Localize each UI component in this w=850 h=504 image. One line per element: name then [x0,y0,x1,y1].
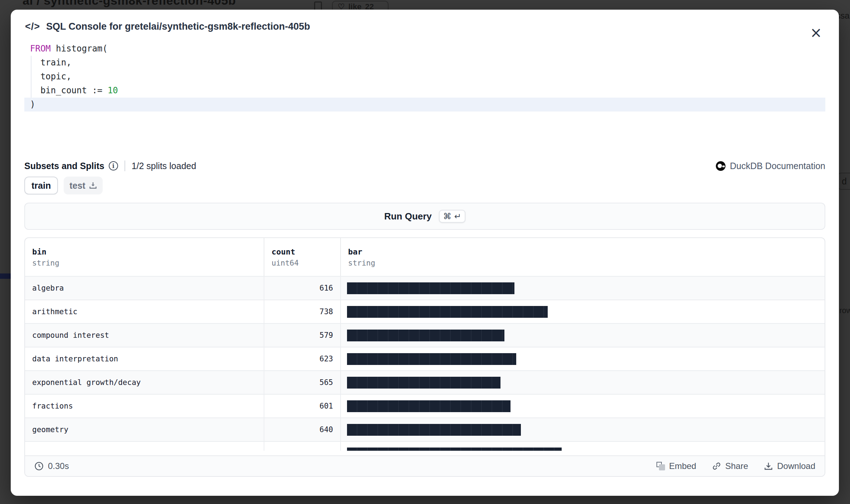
download-icon [89,182,97,189]
bar-cell [341,300,825,323]
like-count: 22 [365,2,373,10]
download-icon [764,461,773,471]
like-label: like [348,2,362,10]
copy-icon [314,1,322,10]
table-row: compound interest 579 [25,323,825,347]
backdrop-dataset-title: ai / synthetic-gsm8k-reflection-405b [23,0,236,8]
bar-cell [341,347,825,370]
code-line-5-active: ) [24,98,825,112]
sql-editor[interactable]: FROM histogram( train, topic, bin_count … [24,42,825,112]
bar-cell [341,395,825,417]
count-cell: 601 [264,395,341,417]
count-cell [264,442,341,451]
count-cell: 623 [264,347,341,370]
enter-key-icon: ↵ [454,212,461,221]
bin-cell: geometry [25,418,264,441]
split-test-button[interactable]: test [64,177,102,194]
table-footer: 0.30s Embed Share [25,455,825,476]
sql-keyword: FROM [30,44,51,54]
share-link-icon [712,461,721,471]
modal-title: SQL Console for gretelai/synthetic-gsm8k… [46,21,310,32]
results-table: bin string count uint64 bar string algeb… [24,237,825,477]
histogram-bar [347,377,500,389]
split-buttons: train test [24,177,825,194]
histogram-bar [347,448,562,451]
histogram-bar [347,282,514,294]
bar-cell [341,418,825,441]
embed-icon [656,462,665,470]
histogram-bar [347,400,511,412]
duckdb-documentation-link[interactable]: DuckDB Documentation [716,161,825,171]
column-type: string [32,259,264,267]
bin-cell: exponential growth/decay [25,371,264,394]
code-line-4: bin_count := 10 [24,84,825,98]
bin-cell: arithmetic [25,300,264,323]
modal-header: </> SQL Console for gretelai/synthetic-g… [25,18,825,35]
column-header-bin: bin string [25,238,264,276]
bin-cell: compound interest [25,324,264,347]
code-brackets-icon: </> [25,21,40,32]
splits-heading: Subsets and Splits [24,161,104,171]
run-query-label: Run Query [384,211,432,222]
duckdb-documentation-label: DuckDB Documentation [730,161,825,171]
split-test-label: test [69,181,85,191]
code-line-2: train, [24,56,825,70]
download-label: Download [777,461,815,471]
split-train-button[interactable]: train [24,177,58,194]
splits-left: Subsets and Splits i 1/2 splits loaded [24,160,196,171]
count-cell: 565 [264,371,341,394]
column-header-bar: bar string [341,238,825,276]
table-row [25,441,825,451]
bin-cell [25,442,264,451]
count-cell: 579 [264,324,341,347]
column-name: bar [348,247,825,256]
code-line-3: topic, [24,70,825,84]
sql-console-modal: </> SQL Console for gretelai/synthetic-g… [11,10,839,496]
column-name: bin [32,247,264,256]
run-query-button[interactable]: Run Query ⌘ ↵ [24,203,825,230]
divider [124,160,125,171]
close-button[interactable]: × [809,25,823,40]
heart-icon: ♡ [338,2,345,10]
like-button-fragment: ♡ like 22 [332,1,389,10]
splits-status: 1/2 splits loaded [132,161,196,171]
histogram-bar [347,424,521,436]
embed-label: Embed [669,461,696,471]
table-row: geometry 640 [25,417,825,441]
indent-guide [31,56,31,98]
bin-cell: algebra [25,277,264,300]
info-icon[interactable]: i [109,161,118,171]
sql-text: histogram( [51,44,108,54]
cmd-key-icon: ⌘ [443,212,451,221]
table-header: bin string count uint64 bar string [25,238,825,276]
bar-cell [341,442,825,451]
download-button[interactable]: Download [764,461,815,471]
backdrop-top-strip: ai / synthetic-gsm8k-reflection-405b ♡ l… [0,0,850,10]
bin-cell: fractions [25,395,264,417]
backdrop-button-fragment: d [837,173,850,190]
duration-label: 0.30s [48,461,69,471]
histogram-bar [347,330,504,341]
footer-actions: Embed Share Download [656,461,815,471]
table-row: data interpretation 623 [25,347,825,370]
column-header-count: count uint64 [264,238,341,276]
histogram-bar [347,306,548,318]
count-cell: 616 [264,277,341,300]
count-cell: 738 [264,300,341,323]
count-cell: 640 [264,418,341,441]
table-row: algebra 616 [25,276,825,300]
query-duration: 0.30s [34,461,69,471]
share-button[interactable]: Share [712,461,748,471]
keyboard-shortcut-badge: ⌘ ↵ [439,210,465,223]
bar-cell [341,324,825,347]
clock-icon [34,461,44,471]
table-row: arithmetic 738 [25,300,825,323]
bin-cell: data interpretation [25,347,264,370]
column-type: string [348,259,825,267]
sql-number: 10 [108,85,118,95]
column-type: uint64 [272,259,340,267]
embed-button[interactable]: Embed [656,461,696,471]
share-label: Share [725,461,748,471]
backdrop-selected-row-bar [0,273,11,279]
code-line-1: FROM histogram( [24,42,825,56]
